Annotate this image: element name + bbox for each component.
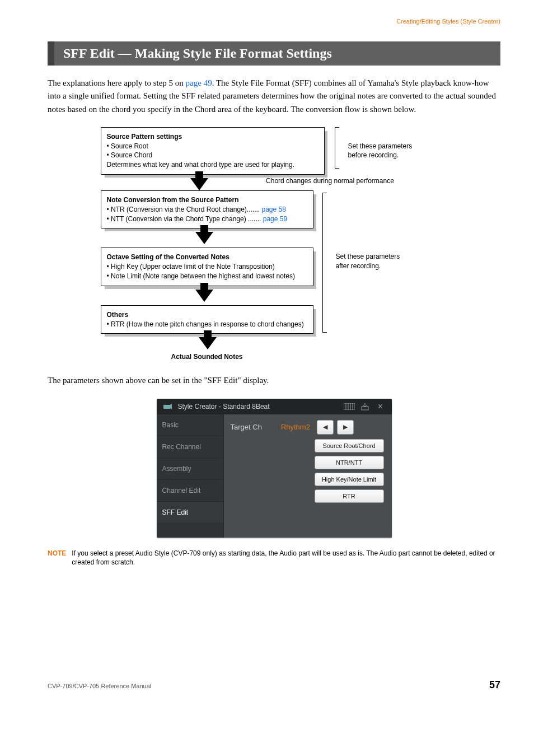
conversion-flow-diagram: Source Pattern settings • Source Root • … (95, 127, 453, 361)
target-ch-value: Rhythm2 (281, 423, 310, 431)
box-source-pattern: Source Pattern settings • Source Root • … (101, 127, 325, 175)
intro-paragraph: The explanations here apply to step 5 on… (48, 77, 500, 116)
box-line: • Source Chord (107, 151, 318, 160)
sidebar-item-sff-edit[interactable]: SFF Edit (157, 502, 224, 524)
chip-ntr-ntt[interactable]: NTR/NTT (315, 456, 384, 469)
box-line: Determines what key and what chord type … (107, 160, 318, 170)
note-label: NOTE (48, 549, 66, 568)
text: Style Creator - (178, 403, 223, 410)
arrow-down-icon (195, 290, 213, 302)
box-note-conversion: Note Conversion from the Source Pattern … (101, 190, 313, 228)
keyboard-icon[interactable] (344, 402, 355, 411)
sidebar: Basic Rec Channel Assembly Channel Edit … (157, 414, 224, 538)
target-ch-row: Target Ch Rhythm2 ◀ ▶ (231, 420, 385, 435)
chip-source-root-chord[interactable]: Source Root/Chord (315, 439, 384, 452)
manual-name: CVP-709/CVP-705 Reference Manual (48, 683, 151, 689)
box-title: Octave Setting of the Converted Notes (107, 253, 307, 262)
box-octave-setting: Octave Setting of the Converted Notes • … (101, 248, 313, 286)
sidebar-item-rec-channel[interactable]: Rec Channel (157, 436, 224, 458)
window-title: Style Creator - Standard 8Beat (178, 403, 270, 410)
page-link-58[interactable]: page 58 (261, 206, 285, 213)
svg-rect-1 (344, 403, 355, 410)
sidebar-spacer (157, 524, 224, 538)
side-note-after: Set these parameters after recording. (336, 252, 414, 271)
box-title: Note Conversion from the Source Pattern (107, 195, 307, 205)
arrow-down-icon (195, 232, 213, 244)
side-note-before: Set these parameters before recording. (348, 142, 427, 161)
paragraph-sff-edit: The parameters shown above can be set in… (48, 374, 500, 387)
final-label: Actual Sounded Notes (95, 353, 319, 361)
target-ch-next-button[interactable]: ▶ (337, 420, 354, 435)
param-buttons: Source Root/Chord NTR/NTT High Key/Note … (315, 439, 384, 503)
sff-edit-screenshot: Style Creator - Standard 8Beat × Basic R… (157, 399, 392, 538)
text: • NTR (Conversion via the Chord Root cha… (107, 206, 262, 213)
text: Standard 8Beat (223, 403, 269, 410)
box-line: • High Key (Upper octave limit of the No… (107, 262, 307, 272)
target-ch-prev-button[interactable]: ◀ (317, 420, 334, 435)
bracket-icon (322, 193, 327, 333)
chip-rtr[interactable]: RTR (315, 489, 384, 503)
sidebar-item-basic[interactable]: Basic (157, 414, 224, 436)
box-line: • NTR (Conversion via the Chord Root cha… (107, 205, 307, 214)
window-titlebar: Style Creator - Standard 8Beat × (157, 399, 392, 414)
target-ch-label: Target Ch (231, 423, 262, 431)
page-link-59[interactable]: page 59 (263, 215, 287, 223)
main-panel: Target Ch Rhythm2 ◀ ▶ Source Root/Chord … (224, 414, 392, 538)
note-text: If you select a preset Audio Style (CVP-… (72, 549, 500, 568)
bracket-icon (335, 127, 339, 169)
intro-text-before: The explanations here apply to step 5 on (48, 78, 186, 87)
page-number: 57 (489, 679, 500, 691)
box-line: • NTT (Conversion via the Chord Type cha… (107, 214, 307, 224)
box-title: Others (107, 310, 307, 320)
page-link-49[interactable]: page 49 (186, 78, 212, 87)
chip-highkey-notelimit[interactable]: High Key/Note Limit (315, 473, 384, 486)
text: • NTT (Conversion via the Chord Type cha… (107, 215, 263, 223)
box-others: Others • RTR (How the note pitch changes… (101, 305, 313, 334)
box-line: • Note Limit (Note range between the hig… (107, 272, 307, 281)
app-icon (162, 402, 174, 411)
box-line: • Source Root (107, 142, 318, 151)
section-heading: SFF Edit — Making Style File Format Sett… (48, 41, 500, 66)
breadcrumb: Creating/Editing Styles (Style Creator) (48, 18, 500, 25)
arrow-down-icon (199, 337, 217, 349)
close-icon[interactable]: × (375, 402, 386, 411)
box-line: • RTR (How the note pitch changes in res… (107, 320, 307, 329)
arrow-caption: Chord changes during normal performance (95, 177, 453, 185)
page-footer: CVP-709/CVP-705 Reference Manual 57 (48, 679, 500, 691)
save-icon[interactable] (359, 402, 371, 411)
sidebar-item-assembly[interactable]: Assembly (157, 458, 224, 480)
note-block: NOTE If you select a preset Audio Style … (48, 549, 500, 568)
sidebar-item-channel-edit[interactable]: Channel Edit (157, 480, 224, 502)
box-title: Source Pattern settings (107, 132, 318, 142)
